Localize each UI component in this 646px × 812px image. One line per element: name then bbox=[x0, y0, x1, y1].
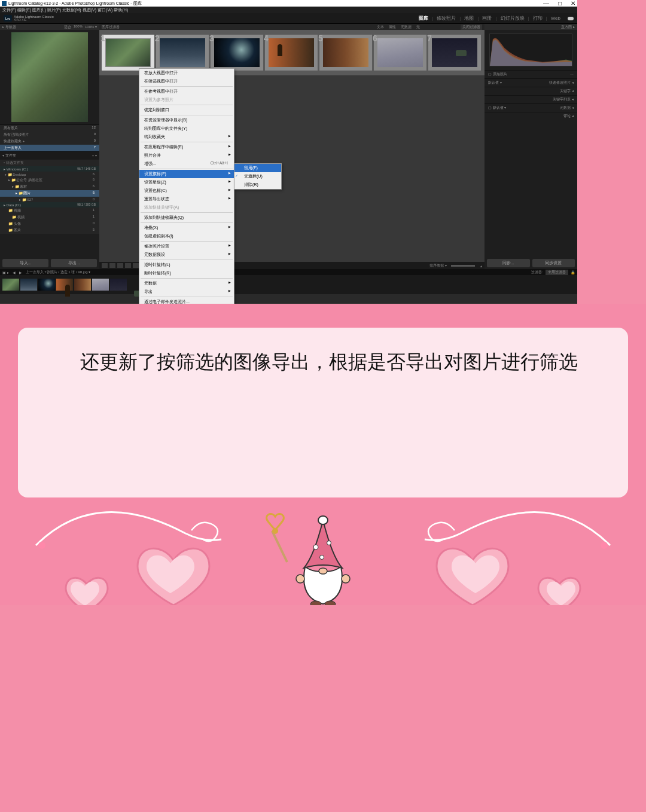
volume-row[interactable]: ▸ Data (D:)98.1 / 300 GB bbox=[0, 202, 99, 207]
menu-item[interactable]: 视图(V) bbox=[83, 7, 96, 13]
navigator-preview[interactable] bbox=[0, 30, 99, 124]
catalog-row[interactable]: 快捷收藏夹 +0 bbox=[0, 138, 99, 145]
survey-view-icon[interactable] bbox=[125, 263, 131, 268]
minimize-button[interactable]: — bbox=[543, 0, 549, 7]
module-tab[interactable]: 地图 bbox=[464, 15, 474, 22]
folder-filter[interactable]: • 筛选文件夹 bbox=[0, 160, 99, 166]
folder-row[interactable]: ▸ 📁 图片6 bbox=[0, 190, 99, 197]
histogram-header[interactable]: 直方图 ▸ bbox=[484, 24, 577, 30]
context-menu-item[interactable]: 照片合并 bbox=[139, 151, 234, 160]
menu-item[interactable]: 元数据(M) bbox=[62, 7, 81, 13]
folder-row[interactable]: ▸ 📁 Desktop6 bbox=[0, 172, 99, 177]
film-thumb[interactable] bbox=[110, 279, 127, 291]
film-thumb[interactable] bbox=[92, 279, 109, 291]
module-tab[interactable]: 画册 bbox=[482, 15, 492, 22]
context-menu-item[interactable]: 逆时针旋转(L) bbox=[139, 261, 234, 269]
go-forward-icon[interactable]: ▶ bbox=[19, 270, 22, 274]
grid-cell-3[interactable]: 3 bbox=[211, 35, 263, 71]
metadata-row[interactable]: ▢ 默认值 ▾元数据 ◂ bbox=[484, 103, 577, 112]
grid-cell-1[interactable]: 1 bbox=[102, 35, 154, 71]
filmstrip[interactable] bbox=[0, 275, 577, 294]
film-thumb[interactable] bbox=[20, 279, 37, 291]
menu-item[interactable]: 文件(F) bbox=[2, 7, 16, 13]
grid-cell-6[interactable]: 6 bbox=[374, 35, 426, 71]
navigator-header[interactable]: ▸ 导航器 适合 100% 100% ▾ bbox=[0, 24, 99, 30]
compare-view-icon[interactable] bbox=[117, 263, 123, 268]
menu-item[interactable]: 窗口(W) bbox=[97, 7, 112, 13]
filter-lock-icon[interactable]: 🔒 bbox=[571, 270, 575, 274]
sync-row[interactable]: ▢ 原始照片… bbox=[484, 70, 577, 78]
submenu-item[interactable]: 留用(F) bbox=[234, 164, 281, 172]
go-back-icon[interactable]: ◀ bbox=[13, 270, 16, 274]
comments-row[interactable]: 评论 ◂ bbox=[484, 112, 577, 120]
menu-item[interactable]: 照片(P) bbox=[47, 7, 61, 13]
context-menu-item[interactable]: 重置导出状态 bbox=[139, 195, 234, 203]
folder-row[interactable]: ▸ 📁 0270 bbox=[0, 197, 99, 202]
filter-tab[interactable]: 文本 bbox=[377, 25, 384, 30]
thumb-size-slider[interactable] bbox=[451, 265, 475, 267]
context-menu-item[interactable]: 在资源管理器中显示(B) bbox=[139, 116, 234, 124]
module-tab[interactable]: 图库 bbox=[419, 15, 428, 22]
maximize-button[interactable]: □ bbox=[558, 0, 562, 7]
people-view-icon[interactable] bbox=[133, 263, 139, 268]
context-menu-item[interactable]: 元数据 bbox=[139, 279, 234, 288]
grid-view-icon[interactable] bbox=[102, 263, 108, 268]
folder-row[interactable]: ▸ 📁 公众号 插画社区6 bbox=[0, 177, 99, 184]
context-menu-item[interactable]: 添加到快捷收藏夹(Q) bbox=[139, 213, 234, 222]
export-button[interactable]: 导出... bbox=[51, 259, 97, 267]
histogram[interactable] bbox=[489, 33, 572, 66]
grid-cell-5[interactable]: 5 bbox=[319, 35, 372, 71]
context-menu-item[interactable]: 创建虚拟副本(I) bbox=[139, 232, 234, 240]
navigator-zoom[interactable]: 100% bbox=[74, 25, 83, 30]
context-menu-item[interactable]: 导出 bbox=[139, 288, 234, 296]
import-button[interactable]: 导入... bbox=[2, 259, 48, 267]
folders-header[interactable]: ▾ 文件夹+ ▾ bbox=[0, 152, 99, 160]
filter-lock[interactable]: 关闭过滤器 bbox=[461, 25, 482, 30]
context-menu-item[interactable]: 在放大视图中打开 bbox=[139, 69, 234, 77]
filter-tab[interactable]: 无 bbox=[416, 25, 420, 30]
context-menu-item[interactable]: 在应用程序中编辑(E) bbox=[139, 143, 234, 151]
context-menu-item[interactable]: 元数据预设 bbox=[139, 251, 234, 259]
context-menu-item[interactable]: 增强...Ctrl+Alt+I bbox=[139, 160, 234, 168]
volume-row[interactable]: ▸ Windows (C:)96.7 / 148 GB bbox=[0, 166, 99, 172]
menu-item[interactable]: 帮助(H) bbox=[114, 7, 128, 13]
grid-cell-7[interactable]: 7 bbox=[428, 35, 481, 71]
module-tab[interactable]: 修改照片 bbox=[437, 15, 456, 22]
context-menu-item[interactable]: 锁定到副窗口 bbox=[139, 106, 234, 114]
sync-button[interactable]: 同步... bbox=[487, 259, 530, 267]
filmstrip-source[interactable]: 上一次导入 7张照片 / 选定 1 张 / 98.jpg ▾ bbox=[26, 270, 91, 275]
module-tab[interactable]: Web bbox=[551, 16, 560, 21]
menu-item[interactable]: 图库(L) bbox=[32, 7, 46, 13]
context-menu-item[interactable]: 设置星级(Z) bbox=[139, 178, 234, 187]
folder-row[interactable]: ▸ 📁 素材6 bbox=[0, 184, 99, 190]
keyword-list-row[interactable]: 关键字列表 ◂ bbox=[484, 95, 577, 103]
sort-label[interactable]: 排序依据 ▾ bbox=[429, 263, 447, 268]
context-menu-item[interactable]: 通过电子邮件发送照片... bbox=[139, 298, 234, 304]
cloud-sync-icon[interactable] bbox=[568, 17, 574, 20]
keyword-row[interactable]: 关键字 ◂ bbox=[484, 87, 577, 95]
folder-row[interactable]: 📁 图片5 bbox=[0, 227, 99, 234]
folder-row[interactable]: 📁 视频1 bbox=[0, 207, 99, 214]
submenu-item[interactable]: ✓无旗标(U) bbox=[234, 172, 281, 181]
context-menu-item[interactable]: 堆叠(X) bbox=[139, 224, 234, 232]
folder-row[interactable]: 📁 头像0 bbox=[0, 221, 99, 227]
context-menu-item[interactable]: 在参考视图中打开 bbox=[139, 87, 234, 96]
film-thumb[interactable] bbox=[38, 279, 55, 291]
submenu-item[interactable]: 排除(R) bbox=[234, 181, 281, 189]
grid-cell-4[interactable]: 4 bbox=[265, 35, 318, 71]
menu-item[interactable]: 编辑(E) bbox=[17, 7, 31, 13]
catalog-row[interactable]: 所有已同步照片0 bbox=[0, 132, 99, 138]
loupe-view-icon[interactable] bbox=[109, 263, 115, 268]
context-menu-item[interactable]: 顺时针旋转(R) bbox=[139, 269, 234, 277]
toolbar-expand-icon[interactable]: ▴ bbox=[480, 264, 482, 268]
context-menu-item[interactable]: 设置旗标(F) bbox=[139, 170, 234, 178]
context-menu-item[interactable]: 转到收藏夹 bbox=[139, 133, 234, 141]
context-menu-item[interactable]: 设置色标(C) bbox=[139, 187, 234, 195]
filter-preset[interactable]: 未用过滤器 bbox=[546, 270, 568, 275]
catalog-row[interactable]: 上一次导入7 bbox=[0, 145, 99, 151]
filter-tab[interactable]: 属性 bbox=[389, 25, 396, 30]
context-menu-item[interactable]: 在筛选视图中打开 bbox=[139, 77, 234, 86]
folder-row[interactable]: 📁 视频1 bbox=[0, 214, 99, 221]
film-thumb[interactable] bbox=[74, 279, 91, 291]
catalog-row[interactable]: 所有照片12 bbox=[0, 125, 99, 132]
